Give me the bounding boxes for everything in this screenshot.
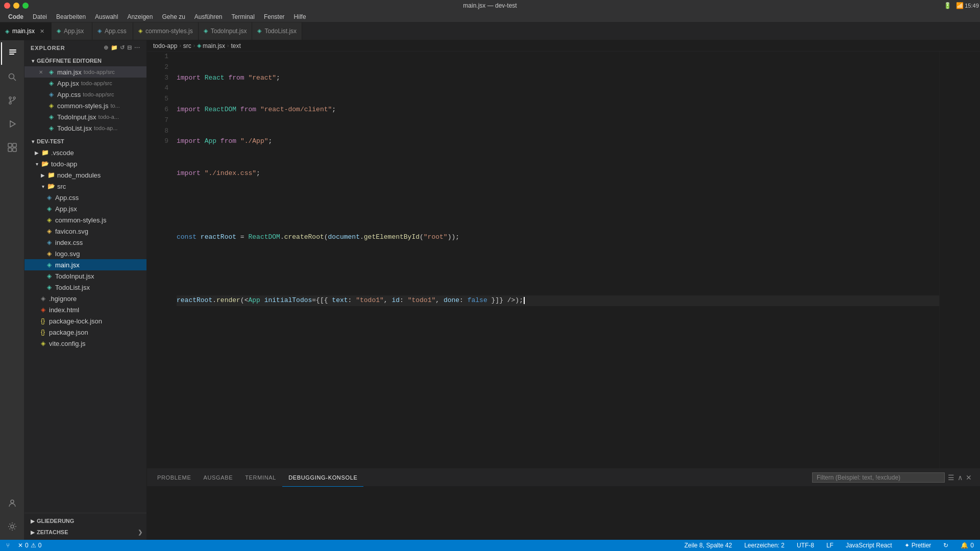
new-file-icon[interactable]: ⊕ bbox=[104, 44, 109, 51]
tree-todolist[interactable]: ◈ TodoList.jsx bbox=[24, 282, 146, 293]
activity-account[interactable] bbox=[1, 492, 23, 514]
tree-common-styles[interactable]: ◈ common-styles.js bbox=[24, 214, 146, 226]
minimize-button[interactable] bbox=[13, 3, 19, 9]
open-file-app-css[interactable]: ◈ App.css todo-app/src bbox=[24, 89, 146, 100]
open-file-todolist[interactable]: ◈ TodoList.jsx todo-ap... bbox=[24, 122, 146, 134]
tree-src[interactable]: ▾ 📂 src bbox=[24, 181, 146, 192]
more-icon[interactable]: ··· bbox=[134, 44, 140, 51]
activity-explorer[interactable] bbox=[1, 42, 23, 65]
folder-src-icon: 📂 bbox=[47, 182, 55, 190]
status-position[interactable]: Zeile 8, Spalte 42 bbox=[682, 542, 734, 549]
filter-list-icon[interactable]: ☰ bbox=[948, 473, 954, 482]
svg-point-15 bbox=[11, 525, 14, 528]
panel-tab-debugging[interactable]: DEBUGGING-KONSOLE bbox=[282, 469, 363, 487]
timeline-chevron[interactable]: ❯ bbox=[138, 529, 142, 536]
tree-favicon[interactable]: ◈ favicon.svg bbox=[24, 226, 146, 237]
tree-index-html[interactable]: ◈ index.html bbox=[24, 304, 146, 315]
tree-vscode[interactable]: ▶ 📁 .vscode bbox=[24, 147, 146, 158]
activity-git[interactable] bbox=[1, 89, 23, 112]
tab-close-main-jsx[interactable]: ✕ bbox=[38, 27, 46, 35]
tree-package-lock[interactable]: {} package-lock.json bbox=[24, 315, 146, 327]
status-spaces[interactable]: Leerzeichen: 2 bbox=[742, 542, 787, 549]
open-file-app-jsx[interactable]: ◈ App.jsx todo-app/src bbox=[24, 78, 146, 89]
breadcrumb-symbol[interactable]: text bbox=[231, 42, 240, 49]
tab-main-jsx[interactable]: ◈ main.jsx ✕ bbox=[0, 22, 52, 40]
editor-content[interactable]: 1 2 3 4 5 6 7 8 9 import React from "rea… bbox=[147, 52, 980, 468]
svg-file-icon: ◈ bbox=[45, 227, 53, 235]
tab-label-todoinput: TodoInput.jsx bbox=[211, 28, 247, 35]
open-file-common-styles[interactable]: ◈ common-styles.js to... bbox=[24, 100, 146, 111]
tree-todoinput[interactable]: ◈ TodoInput.jsx bbox=[24, 270, 146, 282]
json-pkg-icon: {} bbox=[39, 328, 47, 336]
activity-settings[interactable] bbox=[1, 515, 23, 538]
panel-tab-terminal[interactable]: TERMINAL bbox=[239, 469, 282, 487]
menu-fenster[interactable]: Fenster bbox=[260, 11, 289, 22]
devtest-root[interactable]: ▾ DEV-TEST bbox=[24, 136, 146, 147]
panel-close-icon[interactable]: ✕ bbox=[966, 473, 972, 482]
tree-todo-app[interactable]: ▾ 📂 todo-app bbox=[24, 158, 146, 169]
status-sync[interactable]: ↻ bbox=[941, 542, 950, 549]
breadcrumb-src[interactable]: src bbox=[183, 42, 191, 49]
close-file-icon[interactable]: ✕ bbox=[37, 68, 45, 76]
panel-toolbar: ☰ ∧ ✕ bbox=[812, 472, 976, 483]
breadcrumb-todo-app[interactable]: todo-app bbox=[153, 42, 177, 49]
code-editor[interactable]: import React from "react"; import ReactD… bbox=[173, 52, 939, 468]
menu-hilfe[interactable]: Hilfe bbox=[290, 11, 310, 22]
tree-logo-svg[interactable]: ◈ logo.svg bbox=[24, 248, 146, 259]
panel-tabs: PROBLEME AUSGABE TERMINAL DEBUGGING-KONS… bbox=[147, 469, 980, 487]
menu-datei[interactable]: Datei bbox=[29, 11, 51, 22]
menu-bearbeiten[interactable]: Bearbeiten bbox=[52, 11, 90, 22]
menu-terminal[interactable]: Terminal bbox=[228, 11, 259, 22]
tree-package-json[interactable]: {} package.json bbox=[24, 327, 146, 338]
status-encoding[interactable]: UTF-8 bbox=[795, 542, 816, 549]
outline-header[interactable]: ▶ GLIEDERUNG bbox=[24, 515, 146, 527]
tab-todoinput[interactable]: ◈ TodoInput.jsx bbox=[199, 22, 253, 40]
tree-index-css[interactable]: ◈ index.css bbox=[24, 237, 146, 248]
new-folder-icon[interactable]: 📁 bbox=[111, 44, 118, 51]
tab-app-jsx[interactable]: ◈ App.jsx bbox=[52, 22, 92, 40]
refresh-icon[interactable]: ↺ bbox=[120, 44, 125, 51]
collapse-icon[interactable]: ⊟ bbox=[127, 44, 132, 51]
open-editors-header[interactable]: ▾ GEÖFFNETE EDITOREN bbox=[24, 55, 146, 66]
tree-main-jsx[interactable]: ◈ main.jsx bbox=[24, 259, 146, 270]
open-file-todoinput[interactable]: ◈ TodoInput.jsx todo-a... bbox=[24, 111, 146, 122]
open-file-main-jsx[interactable]: ✕ ◈ main.jsx todo-app/src bbox=[24, 66, 146, 78]
tab-todolist[interactable]: ◈ TodoList.jsx bbox=[252, 22, 302, 40]
timeline-header[interactable]: ▶ ZEITACHSE ❯ bbox=[24, 527, 146, 538]
tree-app-css[interactable]: ◈ App.css bbox=[24, 192, 146, 203]
status-notifications[interactable]: 🔔 0 bbox=[959, 542, 976, 549]
activity-extensions[interactable] bbox=[1, 136, 23, 159]
panel-tab-ausgabe[interactable]: AUSGABE bbox=[197, 469, 239, 487]
menu-ausfuehren[interactable]: Ausführen bbox=[190, 11, 227, 22]
status-errors[interactable]: ✕ 0 ⚠ 0 bbox=[16, 542, 43, 549]
tree-node-modules[interactable]: ▶ 📁 node_modules bbox=[24, 169, 146, 181]
breadcrumb-file[interactable]: ◈ main.jsx bbox=[197, 42, 225, 49]
panel-filter-input[interactable] bbox=[812, 472, 945, 483]
svg-rect-0 bbox=[9, 49, 16, 51]
menu-gehe-zu[interactable]: Gehe zu bbox=[158, 11, 189, 22]
menu-code[interactable]: Code bbox=[4, 11, 28, 22]
tree-hgignore[interactable]: ◈ .hgignore bbox=[24, 293, 146, 304]
menu-anzeigen[interactable]: Anzeigen bbox=[123, 11, 157, 22]
tab-label-main-jsx: main.jsx bbox=[12, 28, 35, 35]
svg-marker-9 bbox=[10, 121, 15, 127]
open-file-label: main.jsx bbox=[57, 68, 82, 76]
panel-collapse-icon[interactable]: ∧ bbox=[958, 473, 963, 482]
activity-search[interactable] bbox=[1, 66, 23, 88]
maximize-button[interactable] bbox=[22, 3, 29, 9]
status-prettier[interactable]: ✦ Prettier bbox=[902, 542, 934, 549]
dot-file-icon: ◈ bbox=[39, 294, 47, 303]
panel-tab-probleme[interactable]: PROBLEME bbox=[151, 469, 197, 487]
tree-vite-config[interactable]: ◈ vite.config.js bbox=[24, 338, 146, 349]
activity-debug[interactable] bbox=[1, 113, 23, 135]
close-file-icon-4 bbox=[37, 102, 45, 110]
status-branch[interactable]: ⑂ bbox=[4, 542, 12, 549]
status-line-ending[interactable]: LF bbox=[824, 542, 836, 549]
close-button[interactable] bbox=[4, 3, 10, 9]
tree-app-jsx[interactable]: ◈ App.jsx bbox=[24, 203, 146, 214]
code-line-7 bbox=[177, 264, 939, 274]
status-language[interactable]: JavaScript React bbox=[844, 542, 894, 549]
tab-common-styles[interactable]: ◈ common-styles.js bbox=[133, 22, 199, 40]
menu-auswahl[interactable]: Auswahl bbox=[91, 11, 122, 22]
tab-app-css[interactable]: ◈ App.css bbox=[92, 22, 133, 40]
